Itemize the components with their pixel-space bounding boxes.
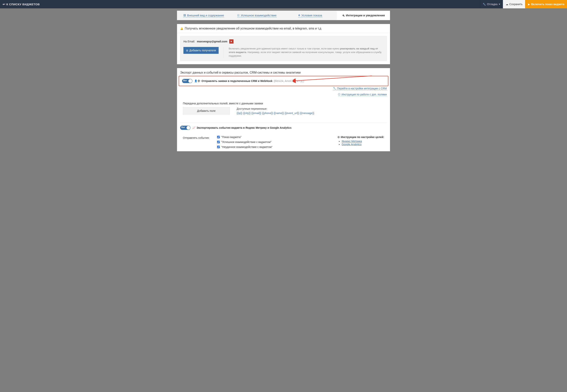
toggle-on-label: Вкл xyxy=(181,126,185,128)
play-icon: ▶ xyxy=(528,3,530,6)
debug-label: Отладка xyxy=(487,3,497,6)
email-value: maxseoguy@gmail.com xyxy=(197,40,227,43)
topbar: ↩ К СПИСКУ ВИДЖЕТОВ 🔧 Отладка ☁ Сохранит… xyxy=(0,0,567,8)
event-checkbox-row[interactable]: "Показ виджета" xyxy=(217,136,273,139)
add-recipient-button[interactable]: ⊞ Добавить получателя xyxy=(183,47,219,54)
analytics-toggle-title: Экспортировать события виджета в Яндекс … xyxy=(197,126,291,129)
crosshair-icon: ✥ xyxy=(298,14,300,17)
chart-icon: 📈 xyxy=(192,126,195,129)
tab-appearance[interactable]: 🖼 Внешний вид и содержание xyxy=(177,11,231,20)
event-checkbox-row[interactable]: "Неудачное взаимодействие с виджетом" xyxy=(217,145,273,148)
notify-card-header: 🔔 Получать мгновенное уведомление об усп… xyxy=(177,24,390,33)
annotation-arrow-icon xyxy=(293,75,373,84)
goals-instructions-title: ◎ Инструкции по настройке целей: xyxy=(337,136,384,139)
chevron-down-icon xyxy=(499,4,500,5)
email-label: На Email: xyxy=(183,40,195,43)
metrika-link[interactable]: Яндекс Метрика xyxy=(342,140,362,143)
save-button[interactable]: ☁ Сохранить xyxy=(503,0,525,8)
crm-highlight-box: Вкл 👤➕ Отправлять заявки в подключенные … xyxy=(179,76,388,86)
event-show-label: "Показ виджета" xyxy=(221,136,241,139)
tab-integrations-label: Интеграции и уведомления xyxy=(346,14,385,17)
crm-toggle-title: Отправлять заявки в подключенные CRM и W… xyxy=(202,80,273,83)
export-card-title: Экспорт данных и событий в сервисы рассы… xyxy=(177,68,390,76)
analytics-toggle[interactable]: Вкл xyxy=(180,126,190,130)
tab-conditions-label: Условия показа xyxy=(301,14,322,17)
available-tokens: {{ip}} {{city}} {{email}} {{phone}} {{na… xyxy=(237,111,314,115)
event-fail-label: "Неудачное взаимодействие с виджетом" xyxy=(221,145,273,148)
tab-success-label: Успешное взаимодействие xyxy=(241,14,276,17)
user-plus-icon: 👤➕ xyxy=(194,80,200,82)
tab-success[interactable]: ☑ Успешное взаимодействие xyxy=(231,11,284,20)
notify-card-title: Получать мгновенное уведомление об успеш… xyxy=(185,27,321,30)
reply-arrow-icon: ↩ xyxy=(3,2,5,6)
check-icon: ☑ xyxy=(237,14,240,17)
send-events-label: Отправлять события: xyxy=(183,136,209,148)
enable-widget-button[interactable]: ▶ Включить показ виджета xyxy=(525,0,567,8)
google-analytics-link[interactable]: Google Analytics xyxy=(342,143,362,146)
back-to-widgets-link[interactable]: ↩ К СПИСКУ ВИДЖЕТОВ xyxy=(0,0,43,8)
tab-conditions[interactable]: ✥ Условия показа xyxy=(284,11,337,20)
remove-email-button[interactable]: ✕ xyxy=(229,39,233,43)
crm-toggle[interactable]: Вкл xyxy=(182,79,192,83)
tab-appearance-label: Внешний вид и содержание xyxy=(187,14,224,17)
export-card: Экспорт данных и событий в сервисы рассы… xyxy=(177,68,390,151)
extra-fields-panel: Передача дополнительных полей, вместе с … xyxy=(183,99,384,119)
email-panel: На Email: maxseoguy@gmail.com ✕ ⊞ Добави… xyxy=(180,36,387,61)
notify-card: 🔔 Получать мгновенное уведомление об усп… xyxy=(177,24,390,64)
toggle-on-label: Вкл xyxy=(183,80,187,82)
bell-icon: 🔔 xyxy=(180,27,183,30)
enable-label: Включить показ виджета xyxy=(531,3,564,6)
tab-integrations[interactable]: 🔌 Интеграции и уведомления xyxy=(337,11,390,20)
back-link-label: К СПИСКУ ВИДЖЕТОВ xyxy=(6,3,40,6)
cloud-icon: ☁ xyxy=(506,3,508,6)
plug-icon: 🔌 xyxy=(342,14,345,17)
analytics-events-panel: Отправлять события: "Показ виджета" "Усп… xyxy=(183,134,384,148)
event-fail-checkbox[interactable] xyxy=(217,146,220,148)
notify-hint: Включать уведомление для администратора … xyxy=(229,47,384,58)
image-icon: 🖼 xyxy=(183,14,186,17)
extra-fields-title: Передача дополнительных полей, вместе с … xyxy=(183,102,384,105)
tabs-bar: 🖼 Внешний вид и содержание ☑ Успешное вз… xyxy=(177,11,390,20)
event-checkbox-row[interactable]: "Успешное взаимодействие с виджетом" xyxy=(217,140,273,143)
add-recipient-label: Добавить получателя xyxy=(189,49,216,52)
event-success-label: "Успешное взаимодействие с виджетом" xyxy=(221,140,272,143)
extra-fields-info-link[interactable]: ⓘ Инструкция по работе с доп. полями xyxy=(338,93,387,96)
wrench-icon: 🔧 xyxy=(483,3,486,6)
debug-dropdown[interactable]: 🔧 Отладка xyxy=(480,0,503,8)
crm-settings-link[interactable]: 🔧 Перейти в настройки интеграции с CRM xyxy=(333,87,387,90)
wrench-icon: 🔧 xyxy=(333,87,336,90)
event-show-checkbox[interactable] xyxy=(217,136,220,138)
info-icon: ⓘ xyxy=(338,93,340,96)
available-vars-label: Доступные переменные: xyxy=(237,107,314,110)
add-field-button[interactable]: Добавить поле xyxy=(183,107,230,114)
target-icon: ◎ xyxy=(337,136,340,138)
close-icon: ✕ xyxy=(230,40,232,43)
event-success-checkbox[interactable] xyxy=(217,141,220,143)
save-label: Сохранить xyxy=(509,3,523,6)
plus-square-icon: ⊞ xyxy=(186,49,188,52)
svg-line-0 xyxy=(295,76,372,81)
